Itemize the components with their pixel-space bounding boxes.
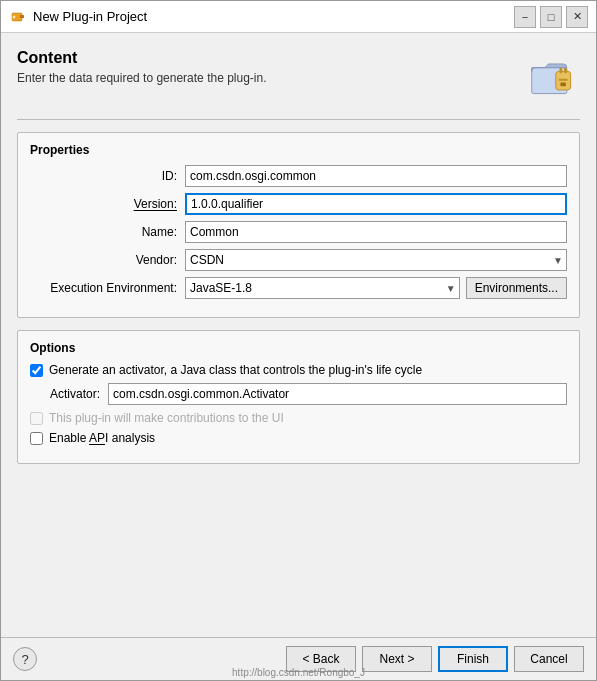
header-row: Content Enter the data required to gener… [17,49,580,103]
svg-point-2 [13,15,16,18]
maximize-button[interactable]: □ [540,6,562,28]
title-controls: − □ ✕ [514,6,588,28]
generate-activator-label: Generate an activator, a Java class that… [49,363,422,377]
version-label: Version: [30,197,185,211]
next-button[interactable]: Next > [362,646,432,672]
vendor-select-wrap: CSDN ▼ [185,249,567,271]
environments-button[interactable]: Environments... [466,277,567,299]
spacer [17,472,580,629]
activator-row: Activator: [30,383,567,405]
activator-label: Activator: [50,387,100,401]
activator-input[interactable] [108,383,567,405]
vendor-row: Vendor: CSDN ▼ [30,249,567,271]
page-description: Enter the data required to generate the … [17,71,267,85]
svg-rect-6 [564,68,567,74]
finish-button[interactable]: Finish [438,646,508,672]
window: New Plug-in Project − □ ✕ Content Enter … [0,0,597,681]
svg-rect-5 [559,68,562,74]
window-title: New Plug-in Project [33,9,514,24]
name-row: Name: [30,221,567,243]
ui-contributions-row: This plug-in will make contributions to … [30,411,567,425]
ui-contributions-checkbox[interactable] [30,412,43,425]
svg-rect-1 [20,15,24,18]
ui-contributions-label: This plug-in will make contributions to … [49,411,284,425]
close-button[interactable]: ✕ [566,6,588,28]
page-title: Content [17,49,267,67]
enable-api-row: Enable API analysis [30,431,567,445]
enable-api-checkbox[interactable] [30,432,43,445]
exec-env-label: Execution Environment: [30,281,185,295]
options-section: Options Generate an activator, a Java cl… [17,330,580,464]
header-text: Content Enter the data required to gener… [17,49,267,85]
enable-api-label: Enable API analysis [49,431,155,445]
header-divider [17,119,580,120]
header-icon [526,49,580,103]
properties-title: Properties [30,143,567,157]
svg-rect-7 [559,79,568,81]
window-icon [9,8,27,26]
bottom-bar: ? < Back Next > Finish Cancel http://blo… [1,637,596,680]
help-button[interactable]: ? [13,647,37,671]
name-input[interactable] [185,221,567,243]
api-underline: AP [89,431,105,445]
version-input[interactable] [185,193,567,215]
id-label: ID: [30,169,185,183]
content-area: Content Enter the data required to gener… [1,33,596,637]
cancel-button[interactable]: Cancel [514,646,584,672]
exec-env-row: Execution Environment: JavaSE-1.8 ▼ Envi… [30,277,567,299]
minimize-button[interactable]: − [514,6,536,28]
vendor-label: Vendor: [30,253,185,267]
vendor-select[interactable]: CSDN [185,249,567,271]
title-bar: New Plug-in Project − □ ✕ [1,1,596,33]
id-input[interactable] [185,165,567,187]
version-row: Version: [30,193,567,215]
options-title: Options [30,341,567,355]
exec-env-select[interactable]: JavaSE-1.8 [185,277,460,299]
name-label: Name: [30,225,185,239]
id-row: ID: [30,165,567,187]
properties-section: Properties ID: Version: Name: Vendor: [17,132,580,318]
generate-activator-row: Generate an activator, a Java class that… [30,363,567,377]
back-button[interactable]: < Back [286,646,356,672]
svg-rect-8 [560,82,566,86]
generate-activator-checkbox[interactable] [30,364,43,377]
exec-select-wrap: JavaSE-1.8 ▼ [185,277,460,299]
